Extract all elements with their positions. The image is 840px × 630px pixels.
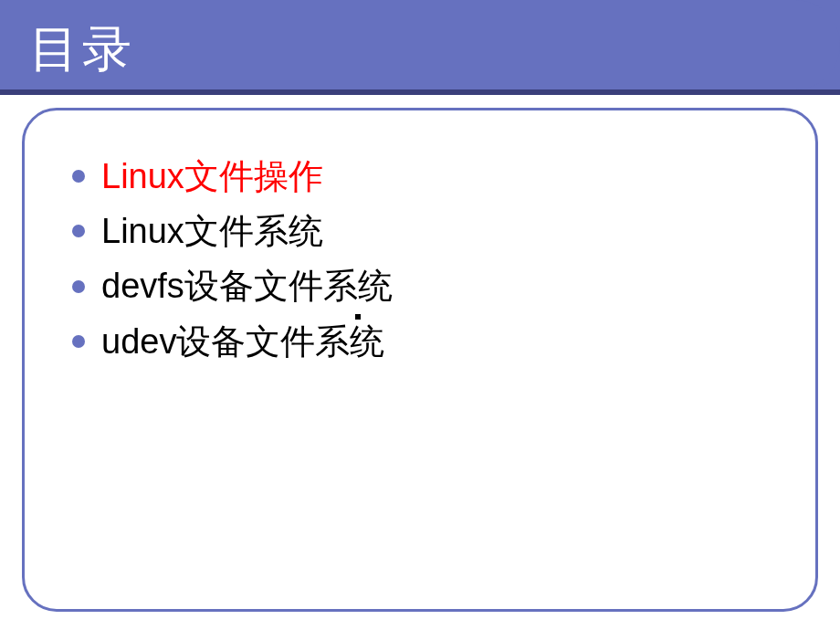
list-item-text: Linux文件操作 <box>101 151 323 202</box>
slide-header: 目录 <box>0 0 840 89</box>
list-item: Linux文件操作 <box>72 151 815 202</box>
cursor-marker-icon <box>355 314 361 320</box>
title-underline-light <box>0 95 840 104</box>
bullet-icon <box>72 335 85 348</box>
slide-title: 目录 <box>29 16 135 83</box>
list-item-text: udev设备文件系统 <box>101 316 384 367</box>
bullet-icon <box>72 225 85 237</box>
bullet-icon <box>72 280 85 293</box>
list-item-text: Linux文件系统 <box>101 205 323 257</box>
list-item: udev设备文件系统 <box>72 316 815 367</box>
list-item-text: devfs设备文件系统 <box>101 260 393 311</box>
title-rounded-cap <box>730 0 840 89</box>
content-frame: Linux文件操作 Linux文件系统 devfs设备文件系统 udev设备文件… <box>22 108 818 612</box>
list-item: devfs设备文件系统 <box>72 260 815 311</box>
list-item: Linux文件系统 <box>72 205 815 257</box>
bullet-icon <box>72 170 85 183</box>
bullet-list: Linux文件操作 Linux文件系统 devfs设备文件系统 udev设备文件… <box>25 110 815 367</box>
